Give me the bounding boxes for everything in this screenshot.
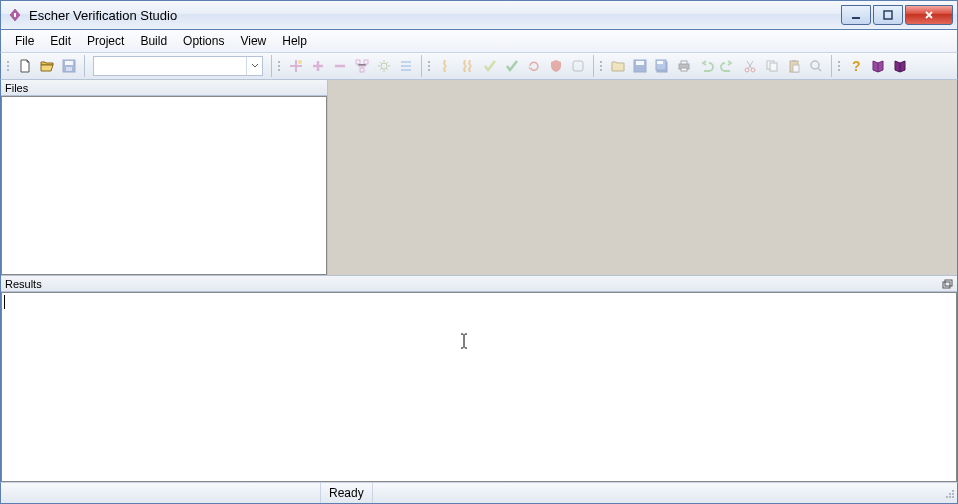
close-button[interactable] xyxy=(905,5,953,25)
svg-point-31 xyxy=(952,490,954,492)
open-folder-button[interactable] xyxy=(607,55,629,77)
toolbar-grip[interactable] xyxy=(5,56,11,76)
svg-rect-2 xyxy=(884,11,892,19)
new-file-button[interactable] xyxy=(14,55,36,77)
svg-point-20 xyxy=(745,68,749,72)
editor-area xyxy=(328,80,957,275)
save-button[interactable] xyxy=(58,55,80,77)
svg-point-27 xyxy=(811,61,819,69)
text-caret-icon xyxy=(459,333,460,349)
stop-shield-button[interactable] xyxy=(545,55,567,77)
save-all-button[interactable] xyxy=(629,55,651,77)
svg-rect-25 xyxy=(792,60,796,62)
files-panel-title: Files xyxy=(5,82,28,94)
svg-rect-18 xyxy=(681,61,687,64)
svg-point-34 xyxy=(946,496,948,498)
menu-project[interactable]: Project xyxy=(79,32,132,50)
svg-rect-0 xyxy=(14,13,16,17)
files-panel: Files xyxy=(1,80,328,275)
svg-rect-19 xyxy=(681,68,687,71)
svg-rect-8 xyxy=(364,60,368,64)
workspace: Files Results xyxy=(0,80,958,482)
redo-button[interactable] xyxy=(717,55,739,77)
svg-rect-4 xyxy=(65,61,73,65)
add-button[interactable] xyxy=(307,55,329,77)
check-button[interactable] xyxy=(479,55,501,77)
toolbar-grip[interactable] xyxy=(426,56,432,76)
results-panel-header: Results xyxy=(1,276,957,292)
menubar: File Edit Project Build Options View Hel… xyxy=(0,30,958,52)
refresh-button[interactable] xyxy=(523,55,545,77)
menu-build[interactable]: Build xyxy=(132,32,175,50)
results-panel: Results xyxy=(1,275,957,482)
svg-point-21 xyxy=(751,68,755,72)
app-icon xyxy=(7,7,23,23)
status-cell-left xyxy=(1,483,321,503)
svg-rect-5 xyxy=(66,67,72,71)
open-file-button[interactable] xyxy=(36,55,58,77)
svg-point-36 xyxy=(952,496,954,498)
svg-rect-29 xyxy=(943,282,950,288)
minimize-button[interactable] xyxy=(841,5,871,25)
results-panel-title: Results xyxy=(5,278,42,290)
results-text[interactable] xyxy=(1,292,957,482)
paste-button[interactable] xyxy=(783,55,805,77)
menu-file[interactable]: File xyxy=(7,32,42,50)
menu-help[interactable]: Help xyxy=(274,32,315,50)
svg-point-10 xyxy=(381,63,387,69)
svg-point-33 xyxy=(952,493,954,495)
svg-rect-11 xyxy=(573,61,583,71)
add-item-button[interactable] xyxy=(285,55,307,77)
svg-rect-7 xyxy=(356,60,360,64)
help-button[interactable]: ? xyxy=(845,55,867,77)
verify-single-button[interactable] xyxy=(435,55,457,77)
svg-rect-13 xyxy=(636,61,644,65)
undo-button[interactable] xyxy=(695,55,717,77)
window-title: Escher Verification Studio xyxy=(29,8,839,23)
menu-options[interactable]: Options xyxy=(175,32,232,50)
print-button[interactable] xyxy=(673,55,695,77)
svg-point-32 xyxy=(949,493,951,495)
save-copy-button[interactable] xyxy=(651,55,673,77)
copy-button[interactable] xyxy=(761,55,783,77)
svg-rect-30 xyxy=(945,280,952,286)
panel-restore-icon[interactable] xyxy=(941,278,953,290)
accept-button[interactable] xyxy=(501,55,523,77)
svg-rect-26 xyxy=(793,65,799,72)
book-button[interactable] xyxy=(867,55,889,77)
svg-rect-16 xyxy=(657,61,663,64)
menu-edit[interactable]: Edit xyxy=(42,32,79,50)
status-message: Ready xyxy=(321,483,373,503)
gear-button[interactable] xyxy=(373,55,395,77)
window-controls xyxy=(839,5,953,25)
blank-button[interactable] xyxy=(567,55,589,77)
remove-button[interactable] xyxy=(329,55,351,77)
files-panel-header: Files xyxy=(1,80,327,96)
toolbar-grip[interactable] xyxy=(598,56,604,76)
svg-point-35 xyxy=(949,496,951,498)
list-button[interactable] xyxy=(395,55,417,77)
svg-point-6 xyxy=(298,60,302,64)
titlebar: Escher Verification Studio xyxy=(0,0,958,30)
find-button[interactable] xyxy=(805,55,827,77)
toolbar: ? xyxy=(0,52,958,80)
svg-rect-23 xyxy=(770,63,777,71)
statusbar: Ready xyxy=(0,482,958,504)
resize-grip-icon[interactable] xyxy=(941,485,957,501)
svg-rect-1 xyxy=(852,17,860,19)
combo-dropdown-icon xyxy=(246,57,262,75)
menu-view[interactable]: View xyxy=(232,32,274,50)
config-combo[interactable] xyxy=(93,56,263,76)
files-tree[interactable] xyxy=(1,96,327,275)
verify-all-button[interactable] xyxy=(457,55,479,77)
svg-text:?: ? xyxy=(852,58,861,74)
svg-rect-9 xyxy=(360,68,364,72)
toolbar-grip[interactable] xyxy=(276,56,282,76)
structure-button[interactable] xyxy=(351,55,373,77)
maximize-button[interactable] xyxy=(873,5,903,25)
cut-button[interactable] xyxy=(739,55,761,77)
toolbar-grip[interactable] xyxy=(836,56,842,76)
reference-button[interactable] xyxy=(889,55,911,77)
